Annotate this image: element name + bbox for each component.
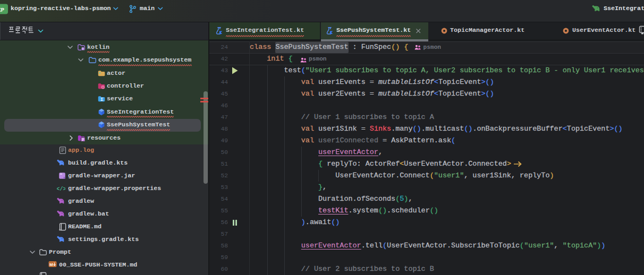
svg-text:Σ: Σ bbox=[100, 98, 103, 103]
svg-text:</>: </> bbox=[57, 186, 65, 192]
svg-text:M: M bbox=[49, 262, 53, 267]
svg-text:KP: KP bbox=[0, 7, 5, 13]
